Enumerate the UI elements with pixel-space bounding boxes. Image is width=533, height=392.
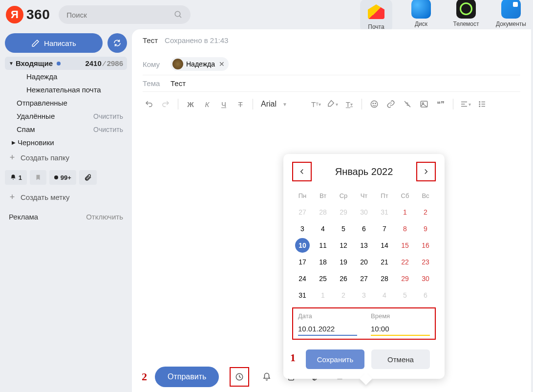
calendar-day[interactable]: 9 xyxy=(415,220,436,237)
create-folder[interactable]: + Создать папку xyxy=(5,149,127,166)
undo-button[interactable] xyxy=(143,98,155,110)
calendar-day[interactable]: 2 xyxy=(333,287,354,304)
emoji-button[interactable] xyxy=(368,98,381,110)
calendar-day[interactable]: 22 xyxy=(395,254,415,270)
calendar-day[interactable]: 13 xyxy=(354,237,374,254)
app-disk[interactable]: Диск xyxy=(405,0,437,27)
logo[interactable]: Я 360 xyxy=(6,6,50,23)
italic-button[interactable]: К xyxy=(201,98,213,110)
font-selector[interactable]: Arial xyxy=(259,100,278,109)
annotation-2: 2 xyxy=(142,370,147,383)
recipient-chip[interactable]: Надежда ✕ xyxy=(171,57,229,71)
calendar-day[interactable]: 18 xyxy=(313,254,333,270)
folder-nadezhda[interactable]: Надежда xyxy=(5,70,127,83)
image-button[interactable] xyxy=(418,98,430,110)
calendar-day[interactable]: 1 xyxy=(313,287,333,304)
subject-field[interactable]: Тема Тест xyxy=(143,75,520,92)
calendar-day[interactable]: 23 xyxy=(415,254,436,270)
tag-bell[interactable]: 1 xyxy=(5,170,27,185)
search-box[interactable] xyxy=(59,5,191,24)
link-button[interactable] xyxy=(384,98,397,110)
font-color-button[interactable]: ▾ xyxy=(326,98,339,110)
folder-inbox[interactable]: ▼ Входящие 2410 ∕ 2986 xyxy=(5,57,127,70)
folder-spam[interactable]: Спам Очистить xyxy=(5,123,127,136)
calendar-day[interactable]: 1 xyxy=(395,204,415,220)
calendar-day[interactable]: 4 xyxy=(313,220,333,237)
calendar-day[interactable]: 29 xyxy=(333,204,354,220)
reminder-button[interactable] xyxy=(260,370,274,384)
calendar-day[interactable]: 30 xyxy=(415,270,436,287)
create-label[interactable]: + Создать метку xyxy=(5,189,127,206)
app-docs[interactable]: Документы xyxy=(495,0,527,27)
tag-bookmark[interactable] xyxy=(30,170,46,185)
calendar-day[interactable]: 20 xyxy=(354,254,374,270)
calendar-day[interactable]: 31 xyxy=(292,287,313,304)
calendar-day[interactable]: 25 xyxy=(313,270,333,287)
calendar-day[interactable]: 28 xyxy=(313,204,333,220)
time-input[interactable] xyxy=(371,323,430,336)
calendar-day[interactable]: 6 xyxy=(354,220,374,237)
underline-button[interactable]: Ч xyxy=(217,98,230,110)
compose-title: Тест xyxy=(143,36,158,44)
calendar-day[interactable]: 31 xyxy=(374,204,395,220)
calendar-day[interactable]: 14 xyxy=(374,237,395,254)
calendar-day[interactable]: 16 xyxy=(415,237,436,254)
calendar-day-selected[interactable]: 10 xyxy=(295,238,310,253)
bold-button[interactable]: Ж xyxy=(184,98,197,110)
refresh-button[interactable] xyxy=(107,33,127,53)
ad-disable[interactable]: Отключить xyxy=(86,213,123,221)
quote-button[interactable]: ❝❞ xyxy=(434,98,447,110)
folder-drafts[interactable]: ▶ Черновики xyxy=(5,136,127,149)
calendar-day[interactable]: 27 xyxy=(354,270,374,287)
remove-recipient-icon[interactable]: ✕ xyxy=(219,60,225,68)
calendar-day[interactable]: 15 xyxy=(395,237,415,254)
calendar-day[interactable]: 27 xyxy=(292,204,313,220)
font-size-button[interactable]: TT▾ xyxy=(310,98,322,110)
calendar-day[interactable]: 2 xyxy=(415,204,436,220)
folder-sent[interactable]: Отправленные xyxy=(5,96,127,109)
calendar-day[interactable]: 4 xyxy=(374,287,395,304)
highlight-button[interactable]: T▾ xyxy=(343,98,356,110)
compose-button[interactable]: Написать xyxy=(5,33,103,53)
prev-month-button[interactable] xyxy=(295,164,309,179)
date-input[interactable] xyxy=(298,323,357,336)
folder-deleted[interactable]: Удалённые Очистить xyxy=(5,109,127,123)
calendar-day[interactable]: 5 xyxy=(333,220,354,237)
calendar-day[interactable]: 7 xyxy=(374,220,395,237)
calendar-day[interactable]: 12 xyxy=(333,237,354,254)
calendar-day[interactable]: 26 xyxy=(333,270,354,287)
clear-spam[interactable]: Очистить xyxy=(93,126,123,133)
strike-button[interactable]: Т xyxy=(234,98,247,110)
app-mail[interactable]: Почта xyxy=(360,0,392,32)
calendar-day[interactable]: 3 xyxy=(354,287,374,304)
schedule-button[interactable] xyxy=(230,367,249,387)
redo-button[interactable] xyxy=(159,98,172,110)
folder-junk[interactable]: Нежелательная почта xyxy=(5,83,127,96)
search-input[interactable] xyxy=(66,11,174,19)
calendar-day[interactable]: 29 xyxy=(395,270,415,287)
app-telemost[interactable]: Телемост xyxy=(450,0,482,27)
calendar-day[interactable]: 17 xyxy=(292,254,313,270)
calendar-day[interactable]: 21 xyxy=(374,254,395,270)
calendar-day[interactable]: 6 xyxy=(415,287,436,304)
list-button[interactable] xyxy=(476,98,489,110)
redo-icon xyxy=(161,100,170,109)
send-button[interactable]: Отправить xyxy=(155,367,219,387)
unlink-button[interactable] xyxy=(401,98,414,110)
to-field[interactable]: Кому Надежда ✕ xyxy=(143,53,520,75)
tag-attach[interactable] xyxy=(79,170,97,185)
calendar-day[interactable]: 28 xyxy=(374,270,395,287)
tag-count[interactable]: 99+ xyxy=(49,170,76,185)
save-button[interactable]: Сохранить xyxy=(306,349,364,369)
calendar-day[interactable]: 5 xyxy=(395,287,415,304)
align-button[interactable]: ▾ xyxy=(459,98,472,110)
calendar-day[interactable]: 19 xyxy=(333,254,354,270)
calendar-day[interactable]: 24 xyxy=(292,270,313,287)
cancel-button[interactable]: Отмена xyxy=(371,349,430,369)
calendar-day[interactable]: 11 xyxy=(313,237,333,254)
next-month-button[interactable] xyxy=(419,164,433,179)
calendar-day[interactable]: 8 xyxy=(395,220,415,237)
clear-deleted[interactable]: Очистить xyxy=(93,112,123,120)
calendar-day[interactable]: 3 xyxy=(292,220,313,237)
calendar-day[interactable]: 30 xyxy=(354,204,374,220)
